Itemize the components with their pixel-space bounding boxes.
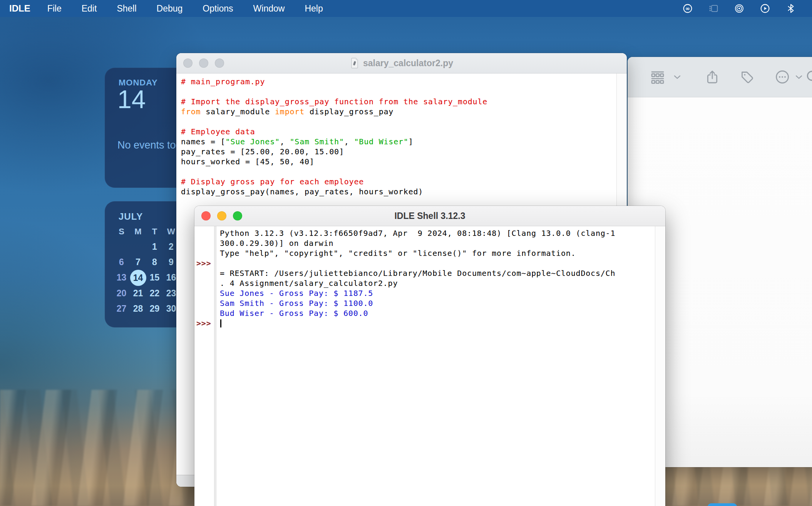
screen-mirroring-icon[interactable] bbox=[734, 3, 744, 13]
code-line: pay_rates = [25.00, 20.00, 15.00] bbox=[181, 147, 614, 157]
display-sidebar-icon[interactable] bbox=[708, 3, 718, 13]
shell-line-text: 300.0.29.30)] on darwin bbox=[214, 238, 333, 248]
shell-line-text: . 4 Assignment/salary_calculator2.py bbox=[214, 278, 398, 288]
document-icon bbox=[350, 58, 359, 68]
shell-line: Sue Jones - Gross Pay: $ 1187.5 bbox=[194, 288, 654, 298]
calendar-day: 1 bbox=[147, 241, 162, 252]
calendar-day: 8 bbox=[147, 257, 162, 268]
minimize-button[interactable] bbox=[217, 211, 226, 220]
shell-output: Python 3.12.3 (v3.12.3:f6650f9ad7, Apr 9… bbox=[194, 228, 654, 328]
calendar-weekday-header: S bbox=[114, 226, 129, 237]
chevron-down-icon[interactable] bbox=[794, 72, 804, 82]
calendar-day: 20 bbox=[114, 288, 129, 299]
close-button[interactable] bbox=[183, 58, 193, 68]
menu-shell[interactable]: Shell bbox=[107, 0, 146, 17]
calendar-day bbox=[114, 241, 129, 252]
code-line: # Import the display_gross_pay function … bbox=[181, 97, 614, 107]
zoom-button[interactable] bbox=[233, 211, 242, 220]
calendar-day: 28 bbox=[131, 303, 146, 314]
tag-icon[interactable] bbox=[739, 69, 755, 85]
shell-line-text bbox=[214, 258, 220, 268]
shell-line: >>> bbox=[194, 258, 654, 268]
menu-debug[interactable]: Debug bbox=[147, 0, 193, 17]
calendar-day: 29 bbox=[147, 303, 162, 314]
shell-titlebar[interactable]: IDLE Shell 3.12.3 bbox=[194, 206, 665, 226]
shell-prompt bbox=[194, 268, 214, 278]
code-line: # Display gross pay for each employee bbox=[181, 177, 614, 187]
shell-prompt bbox=[194, 308, 214, 318]
code-line bbox=[181, 167, 614, 177]
shell-prompt bbox=[194, 228, 214, 238]
menu-bar: IDLE FileEditShellDebugOptionsWindowHelp… bbox=[0, 0, 812, 17]
shell-line: Type "help", "copyright", "credits" or "… bbox=[194, 248, 654, 258]
shell-line: Bud Wiser - Gross Pay: $ 600.0 bbox=[194, 308, 654, 318]
bluetooth-icon[interactable] bbox=[786, 3, 796, 13]
calendar-day: 22 bbox=[147, 288, 162, 299]
calendar-day: 15 bbox=[147, 272, 162, 283]
blue-widget-peek[interactable] bbox=[708, 503, 737, 506]
code-line: hours_worked = [45, 50, 40] bbox=[181, 157, 614, 167]
menu-options[interactable]: Options bbox=[193, 0, 243, 17]
share-icon[interactable] bbox=[705, 69, 720, 85]
search-icon[interactable] bbox=[805, 69, 812, 85]
editor-titlebar[interactable]: salary_calculator2.py bbox=[176, 53, 627, 73]
shell-line: = RESTART: /Users/juliettebianco/Library… bbox=[194, 268, 654, 278]
shell-window: IDLE Shell 3.12.3 Python 3.12.3 (v3.12.3… bbox=[194, 206, 665, 506]
code-line: display_gross_pay(names, pay_rates, hour… bbox=[181, 187, 614, 197]
calendar-selected-day: 14 bbox=[130, 270, 146, 286]
menu-help[interactable]: Help bbox=[295, 0, 333, 17]
code-line: names = ["Sue Jones", "Sam Smith", "Bud … bbox=[181, 137, 614, 147]
shell-line: 300.0.29.30)] on darwin bbox=[194, 238, 654, 248]
creative-cloud-icon[interactable]: ∞ bbox=[683, 3, 693, 13]
more-options-icon[interactable] bbox=[775, 69, 790, 85]
shell-line-text: Bud Wiser - Gross Pay: $ 600.0 bbox=[214, 308, 368, 318]
code-line: # Employee data bbox=[181, 127, 614, 137]
shell-prompt bbox=[194, 298, 214, 308]
finder-toolbar bbox=[628, 57, 812, 97]
shell-prompt bbox=[194, 248, 214, 258]
shell-line: Sam Smith - Gross Pay: $ 1100.0 bbox=[194, 298, 654, 308]
shell-console[interactable]: Python 3.12.3 (v3.12.3:f6650f9ad7, Apr 9… bbox=[194, 226, 665, 506]
calendar-day: 13 bbox=[114, 272, 129, 283]
shell-line-text bbox=[214, 318, 221, 328]
text-cursor bbox=[220, 319, 221, 327]
shell-line-text: Sam Smith - Gross Pay: $ 1100.0 bbox=[214, 298, 373, 308]
shell-prompt: >>> bbox=[194, 258, 214, 268]
chevron-down-icon[interactable] bbox=[672, 72, 682, 82]
svg-text:∞: ∞ bbox=[685, 5, 690, 12]
calendar-grid: SMTW126789131415162021222327282930 bbox=[113, 226, 179, 314]
shell-line-text: = RESTART: /Users/juliettebianco/Library… bbox=[214, 268, 615, 278]
calendar-weekday-header: M bbox=[131, 226, 146, 237]
widget-day-number: 14 bbox=[117, 85, 146, 114]
menubar-status-icons: ∞ bbox=[683, 0, 812, 17]
shell-prompt: >>> bbox=[194, 318, 214, 328]
shell-line-text: Sue Jones - Gross Pay: $ 1187.5 bbox=[214, 288, 373, 298]
shell-line: Python 3.12.3 (v3.12.3:f6650f9ad7, Apr 9… bbox=[194, 228, 654, 238]
calendar-day: 27 bbox=[114, 303, 129, 314]
menu-items: FileEditShellDebugOptionsWindowHelp bbox=[37, 0, 333, 17]
calendar-day: 21 bbox=[131, 288, 146, 299]
code-line bbox=[181, 117, 614, 127]
calendar-day bbox=[131, 241, 146, 252]
menu-window[interactable]: Window bbox=[243, 0, 295, 17]
shell-scrollbar[interactable] bbox=[655, 226, 665, 506]
shell-line: >>> bbox=[194, 318, 654, 328]
group-view-icon[interactable] bbox=[650, 69, 665, 85]
zoom-button[interactable] bbox=[215, 58, 224, 68]
shell-prompt bbox=[194, 238, 214, 248]
shell-line-text: Python 3.12.3 (v3.12.3:f6650f9ad7, Apr 9… bbox=[214, 228, 615, 238]
code-line: from salary_module import display_gross_… bbox=[181, 107, 614, 117]
minimize-button[interactable] bbox=[199, 58, 208, 68]
shell-line-text: Type "help", "copyright", "credits" or "… bbox=[214, 248, 576, 258]
calendar-month-label: JULY bbox=[119, 211, 143, 222]
calendar-day: 7 bbox=[131, 257, 146, 268]
shell-line: . 4 Assignment/salary_calculator2.py bbox=[194, 278, 654, 288]
close-button[interactable] bbox=[201, 211, 211, 220]
menu-app-idle[interactable]: IDLE bbox=[0, 0, 37, 17]
code-line: # main_program.py bbox=[181, 77, 614, 87]
menu-file[interactable]: File bbox=[37, 0, 72, 17]
shell-prompt bbox=[194, 288, 214, 298]
shell-title: IDLE Shell 3.12.3 bbox=[394, 211, 465, 221]
menu-edit[interactable]: Edit bbox=[72, 0, 107, 17]
play-circle-icon[interactable] bbox=[760, 3, 770, 13]
